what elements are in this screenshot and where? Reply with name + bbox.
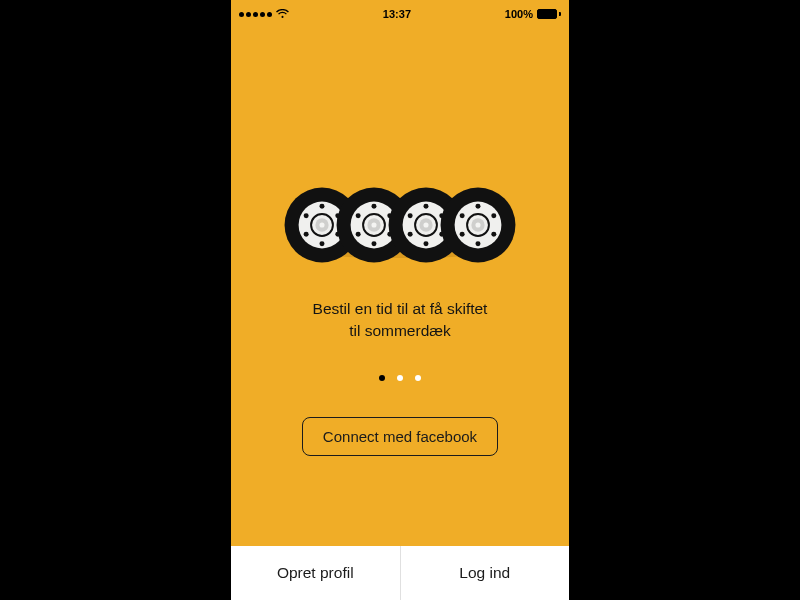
svg-point-2 xyxy=(320,204,325,209)
svg-point-27 xyxy=(424,241,429,246)
svg-point-29 xyxy=(408,213,413,218)
svg-point-28 xyxy=(408,232,413,237)
svg-point-10 xyxy=(319,222,324,227)
onboarding-caption: Bestil en tid til at få skiftet til somm… xyxy=(273,298,528,341)
page-dot-2[interactable] xyxy=(397,375,403,381)
svg-point-24 xyxy=(424,204,429,209)
caption-line-2: til sommerdæk xyxy=(349,322,451,339)
onboarding-main: Bestil en tid til at få skiftet til somm… xyxy=(231,24,569,546)
status-right: 100% xyxy=(505,8,561,20)
status-time: 13:37 xyxy=(383,8,411,20)
svg-point-38 xyxy=(476,241,481,246)
svg-point-39 xyxy=(460,232,465,237)
svg-point-37 xyxy=(491,232,496,237)
page-dot-3[interactable] xyxy=(415,375,421,381)
status-bar: 13:37 100% xyxy=(231,0,569,24)
connect-facebook-button[interactable]: Connect med facebook xyxy=(302,417,498,456)
page-dot-1[interactable] xyxy=(379,375,385,381)
svg-point-16 xyxy=(372,241,377,246)
login-button[interactable]: Log ind xyxy=(401,546,570,600)
wheel-icon xyxy=(439,186,517,264)
battery-icon xyxy=(537,9,561,19)
cell-signal-icon xyxy=(239,12,272,17)
bottom-bar: Opret profil Log ind xyxy=(231,546,569,600)
svg-point-35 xyxy=(476,204,481,209)
create-profile-button[interactable]: Opret profil xyxy=(231,546,400,600)
svg-point-13 xyxy=(372,204,377,209)
svg-point-17 xyxy=(356,232,361,237)
svg-point-43 xyxy=(475,222,480,227)
battery-text: 100% xyxy=(505,8,533,20)
caption-line-1: Bestil en tid til at få skiftet xyxy=(313,300,488,317)
svg-point-18 xyxy=(356,213,361,218)
status-left xyxy=(239,9,289,19)
svg-point-32 xyxy=(423,222,428,227)
svg-point-7 xyxy=(304,213,309,218)
svg-point-6 xyxy=(304,232,309,237)
phone-screen: 13:37 100% xyxy=(231,0,569,600)
svg-point-36 xyxy=(491,213,496,218)
page-indicator[interactable] xyxy=(379,375,421,381)
svg-point-21 xyxy=(371,222,376,227)
wheels-illustration xyxy=(280,144,520,264)
svg-point-40 xyxy=(460,213,465,218)
wifi-icon xyxy=(276,9,289,19)
svg-point-5 xyxy=(320,241,325,246)
